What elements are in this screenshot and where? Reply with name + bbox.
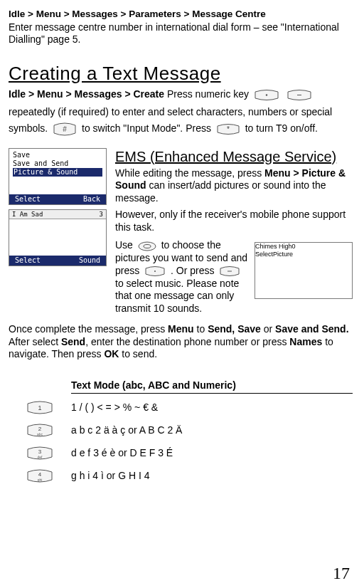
svg-point-6 bbox=[154, 271, 156, 272]
svg-text:#: # bbox=[63, 125, 67, 133]
hash-key-icon: # bbox=[53, 121, 77, 138]
svg-text:*: * bbox=[227, 125, 230, 133]
key-row-2: 2abc a b c 2 ä à ç or A B C 2 Ä bbox=[9, 424, 353, 438]
svg-text:def: def bbox=[38, 455, 43, 459]
star-key-icon: * bbox=[216, 121, 240, 138]
finish-paragraph: Once complete the message, press Menu to… bbox=[9, 323, 353, 361]
key-2-icon: 2abc bbox=[26, 424, 53, 438]
left-softkey-icon bbox=[254, 87, 279, 104]
svg-text:3: 3 bbox=[38, 448, 42, 455]
create-instructions: Idle > Menu > Messages > Create Press nu… bbox=[9, 86, 353, 137]
svg-text:ghi: ghi bbox=[38, 478, 43, 482]
right-softkey-icon bbox=[287, 87, 312, 104]
key-row-1: 1 1 / ( ) < = > % ~ € & bbox=[9, 401, 353, 415]
key-3-icon: 3def bbox=[26, 446, 53, 461]
key-row-3: 3def d e f 3 é è or D E F 3 É bbox=[9, 446, 353, 461]
svg-point-0 bbox=[266, 94, 267, 95]
left-softkey-icon bbox=[144, 265, 166, 278]
nav-key-icon bbox=[138, 240, 156, 253]
svg-text:abc: abc bbox=[37, 432, 43, 436]
right-softkey-icon bbox=[219, 265, 240, 278]
key-row-4: 4ghi g h i 4 ì or G H I 4 bbox=[9, 469, 353, 483]
svg-text:2: 2 bbox=[38, 426, 42, 432]
heading-ems: EMS (Enhanced Message Service) bbox=[115, 148, 353, 166]
svg-text:4: 4 bbox=[38, 471, 42, 478]
ems-paragraph-3: Chimes High0 SelectPicture Use to choose… bbox=[115, 239, 353, 315]
heading-creating-text-message: Creating a Text Message bbox=[9, 62, 353, 85]
ems-paragraph-1: While editing the message, press Menu > … bbox=[115, 167, 353, 205]
page-number: 17 bbox=[333, 562, 350, 584]
screenshot-save-menu: Save Save and Send Picture & Sound Selec… bbox=[9, 148, 107, 205]
svg-point-4 bbox=[139, 242, 156, 251]
screenshot-sound-select: Chimes High0 SelectPicture bbox=[255, 242, 353, 299]
nav-path-create: Idle > Menu > Messages > Create bbox=[9, 88, 164, 100]
key-4-icon: 4ghi bbox=[26, 469, 53, 483]
ems-paragraph-2: However, only if the receiver's mobile p… bbox=[115, 209, 353, 233]
nav-path-message-centre: Idle > Menu > Messages > Parameters > Me… bbox=[9, 9, 353, 21]
key-1-icon: 1 bbox=[26, 401, 53, 415]
text-mode-table-heading: Text Mode (abc, ABC and Numeric) bbox=[71, 379, 353, 394]
phone-screenshots-column: Save Save and Send Picture & Sound Selec… bbox=[9, 148, 109, 271]
svg-text:1: 1 bbox=[38, 404, 41, 411]
screenshot-picture-select: I Am Sad3 SelectSound bbox=[9, 209, 107, 266]
intro-text: Enter message centre number in internati… bbox=[9, 21, 353, 46]
